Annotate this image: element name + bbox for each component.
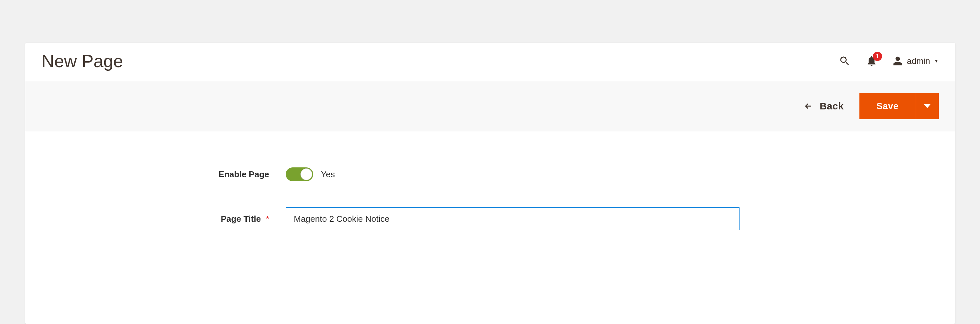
enable-page-value: Yes <box>321 169 335 179</box>
header-actions: 1 admin ▼ <box>839 55 939 67</box>
back-label: Back <box>819 100 844 112</box>
save-dropdown-button[interactable] <box>916 93 939 119</box>
toggle-knob <box>301 168 312 180</box>
form-area: Enable Page Yes Page Title * <box>25 131 955 270</box>
user-icon <box>892 56 903 66</box>
caret-down-icon <box>924 104 931 108</box>
page-title-label: Page Title * <box>41 214 286 224</box>
caret-down-icon: ▼ <box>934 58 939 64</box>
enable-page-label: Enable Page <box>41 169 286 179</box>
back-button[interactable]: Back <box>804 100 844 112</box>
enable-page-row: Enable Page Yes <box>41 167 939 181</box>
save-button[interactable]: Save <box>859 93 915 119</box>
action-bar: Back Save <box>25 81 955 131</box>
search-icon <box>839 55 851 67</box>
search-button[interactable] <box>839 55 851 67</box>
notifications-badge: 1 <box>873 52 882 61</box>
save-button-group: Save <box>859 93 939 119</box>
page-panel: New Page 1 admin ▼ Back Save <box>25 43 955 324</box>
user-menu-button[interactable]: admin ▼ <box>892 56 939 66</box>
notifications-button[interactable]: 1 <box>865 55 877 67</box>
user-label: admin <box>907 56 930 66</box>
page-title-input[interactable] <box>286 207 740 230</box>
page-title-row: Page Title * <box>41 207 939 230</box>
enable-page-toggle[interactable] <box>286 167 313 181</box>
required-marker: * <box>266 214 269 224</box>
page-header: New Page 1 admin ▼ <box>25 43 955 81</box>
arrow-left-icon <box>804 102 813 111</box>
page-title: New Page <box>41 51 123 71</box>
